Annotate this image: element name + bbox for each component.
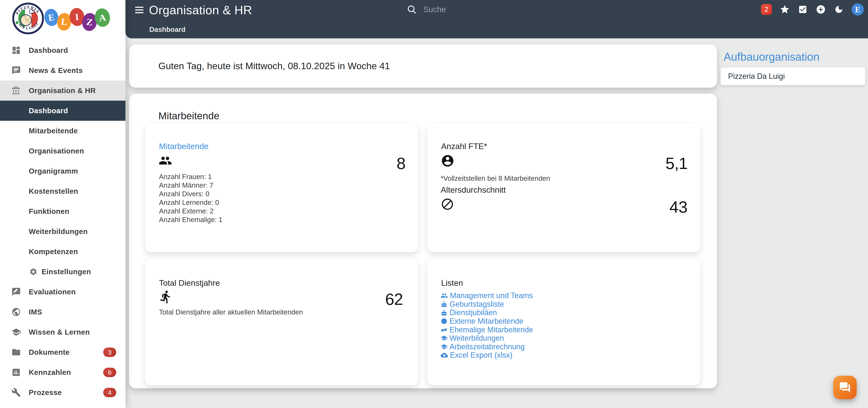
rate-review-icon bbox=[10, 286, 22, 298]
eyeglasses-icon bbox=[441, 326, 447, 333]
link-label: Weiterbildungen bbox=[450, 334, 504, 343]
link-dienstjubilaeen[interactable]: Dienstjubiläen bbox=[441, 308, 533, 317]
sidebar-item-label: News & Events bbox=[29, 66, 83, 75]
dokumente-count-badge: 3 bbox=[103, 348, 116, 357]
chat-icon bbox=[10, 64, 22, 76]
link-weiterbildungen[interactable]: Weiterbildungen bbox=[441, 334, 533, 343]
running-person-icon bbox=[159, 290, 173, 305]
link-management-und-teams[interactable]: Management und Teams bbox=[441, 291, 533, 300]
link-arbeitszeitabrechnung[interactable]: Arbeitszeitabrechnung bbox=[441, 343, 533, 351]
listen-links: Management und Teams Geburtstagsliste Di… bbox=[441, 291, 533, 359]
mitarbeitende-section: Mitarbeitende Mitarbeitende 8 Anzahl Fra… bbox=[129, 94, 717, 388]
sidebar-item-news-events[interactable]: News & Events bbox=[0, 60, 125, 81]
sidebar-subitem-kompetenzen[interactable]: Kompetenzen bbox=[0, 242, 125, 262]
breadcrumb: Dashboard bbox=[149, 26, 185, 34]
chat-fab-button[interactable] bbox=[833, 376, 857, 399]
bank-icon bbox=[10, 85, 22, 97]
sidebar-item-label: IMS bbox=[29, 308, 42, 316]
listen-title: Listen bbox=[441, 278, 463, 288]
sidebar-item-wissen-lernen[interactable]: Wissen & Lernen bbox=[0, 322, 125, 342]
link-label: Management und Teams bbox=[450, 291, 533, 300]
mitarbeitende-details: Anzahl Frauen: 1 Anzahl Männer: 7 Anzahl… bbox=[159, 172, 222, 224]
star-icon[interactable] bbox=[779, 4, 790, 15]
altersdurchschnitt-value: 43 bbox=[669, 197, 688, 217]
topbar-actions: 2 E bbox=[761, 0, 864, 19]
wrench-icon bbox=[10, 386, 22, 399]
graduation-cap-icon bbox=[441, 343, 447, 350]
section-title: Mitarbeitende bbox=[158, 110, 219, 122]
kennzahlen-count-badge: 6 bbox=[103, 368, 116, 377]
dienstjahre-card: Total Dienstjahre 62 Total Dienstjahre a… bbox=[145, 258, 418, 385]
org-item-label: Pizzeria Da Luigi bbox=[728, 72, 785, 81]
block-icon bbox=[441, 197, 454, 212]
sidebar-item-dokumente[interactable]: Dokumente 3 bbox=[0, 342, 125, 362]
link-excel-export[interactable]: Excel Export (xlsx) bbox=[441, 351, 533, 359]
link-ehemalige-mitarbeitende[interactable]: Ehemalige Mitarbeitende bbox=[441, 325, 533, 334]
prozesse-count-badge: 4 bbox=[103, 388, 116, 397]
app-logo[interactable]: PIZZERIA DA LUIGI E L I Z A bbox=[0, 0, 125, 39]
hamburger-menu-icon[interactable] bbox=[135, 7, 144, 13]
checkbox-icon[interactable] bbox=[798, 4, 808, 15]
detail-line: Anzahl Männer: 7 bbox=[159, 181, 222, 190]
mitarbeitende-link[interactable]: Mitarbeitende bbox=[159, 142, 209, 151]
greeting-card: Guten Tag, heute ist Mittwoch, 08.10.202… bbox=[129, 44, 717, 88]
detail-line: Anzahl Ehemalige: 1 bbox=[159, 215, 222, 224]
notification-badge[interactable]: 2 bbox=[761, 4, 772, 15]
sidebar-item-organisation-hr[interactable]: Organisation & HR bbox=[0, 81, 125, 101]
fte-value: 5,1 bbox=[665, 154, 688, 173]
cake-icon bbox=[441, 309, 447, 316]
avatar[interactable]: E bbox=[851, 3, 864, 15]
sidebar-subitem-weiterbildungen[interactable]: Weiterbildungen bbox=[0, 221, 125, 242]
forum-chat-icon bbox=[839, 381, 851, 394]
sidebar-subitem-einstellungen[interactable]: Einstellungen bbox=[0, 262, 125, 282]
sidebar-item-label: Weiterbildungen bbox=[29, 227, 88, 236]
sidebar-item-label: Funktionen bbox=[29, 207, 69, 216]
dashboard-icon bbox=[10, 44, 22, 56]
sidebar-subitem-kostenstellen[interactable]: Kostenstellen bbox=[0, 181, 125, 201]
top-app-bar: Organisation & HR Dashboard Suche 2 E bbox=[125, 0, 868, 38]
sidebar-item-evaluationen[interactable]: Evaluationen bbox=[0, 282, 125, 302]
sidebar-item-label: Mitarbeitende bbox=[29, 127, 78, 135]
sidebar-item-prozesse[interactable]: Prozesse 4 bbox=[0, 382, 125, 403]
sidebar-subitem-organisationen[interactable]: Organisationen bbox=[0, 141, 125, 161]
people-icon bbox=[159, 154, 172, 168]
altersdurchschnitt-title: Altersdurchschnitt bbox=[441, 185, 506, 194]
detail-line: Anzahl Divers: 0 bbox=[159, 190, 222, 198]
person-circle-icon bbox=[441, 154, 455, 168]
sidebar-subitem-mitarbeitende[interactable]: Mitarbeitende bbox=[0, 121, 125, 141]
add-circle-icon[interactable] bbox=[815, 4, 826, 15]
globe-icon bbox=[10, 306, 22, 318]
search-icon bbox=[406, 4, 417, 15]
sidebar-item-label: Kennzahlen bbox=[29, 368, 71, 377]
sidebar-item-label: Organisation & HR bbox=[29, 86, 96, 95]
sidebar-item-label: Evaluationen bbox=[29, 288, 76, 296]
sidebar-nav: Dashboard News & Events Organisation & H… bbox=[0, 40, 125, 403]
sidebar-item-label: Wissen & Lernen bbox=[29, 328, 90, 336]
search-input[interactable]: Suche bbox=[406, 3, 446, 16]
sidebar-item-label: Einstellungen bbox=[41, 268, 91, 276]
dienstjahre-value: 62 bbox=[385, 290, 403, 309]
sidebar-subitem-organigramm[interactable]: Organigramm bbox=[0, 161, 125, 181]
sidebar-item-label: Dokumente bbox=[29, 348, 70, 356]
search-placeholder: Suche bbox=[423, 5, 446, 14]
moon-icon[interactable] bbox=[834, 4, 844, 15]
sidebar-item-label: Organigramm bbox=[29, 167, 78, 175]
sidebar-item-label: Organisationen bbox=[29, 147, 84, 155]
sidebar-item-ims[interactable]: IMS bbox=[0, 302, 125, 322]
dienstjahre-title: Total Dienstjahre bbox=[159, 278, 220, 288]
sidebar-item-dashboard[interactable]: Dashboard bbox=[0, 40, 125, 60]
detail-line: Anzahl Externe: 2 bbox=[159, 207, 222, 215]
sidebar-subitem-funktionen[interactable]: Funktionen bbox=[0, 201, 125, 221]
sidebar-item-kennzahlen[interactable]: Kennzahlen 6 bbox=[0, 362, 125, 382]
sidebar-subitem-dashboard[interactable]: Dashboard bbox=[0, 101, 125, 121]
link-geburtstagsliste[interactable]: Geburtstagsliste bbox=[441, 300, 533, 309]
org-item-pizzeria-da-luigi[interactable]: Pizzeria Da Luigi bbox=[720, 67, 865, 85]
fte-title: Anzahl FTE* bbox=[441, 142, 487, 151]
sidebar-item-label: Kostenstellen bbox=[29, 187, 78, 195]
sidebar-item-label: Dashboard bbox=[29, 46, 68, 55]
link-label: Arbeitszeitabrechnung bbox=[450, 342, 525, 351]
link-externe-mitarbeitende[interactable]: Externe Mitarbeitende bbox=[441, 317, 533, 325]
link-label: Excel Export (xlsx) bbox=[450, 351, 513, 359]
pizzeria-badge-logo: PIZZERIA DA LUIGI bbox=[12, 2, 44, 34]
folder-icon bbox=[10, 346, 22, 358]
